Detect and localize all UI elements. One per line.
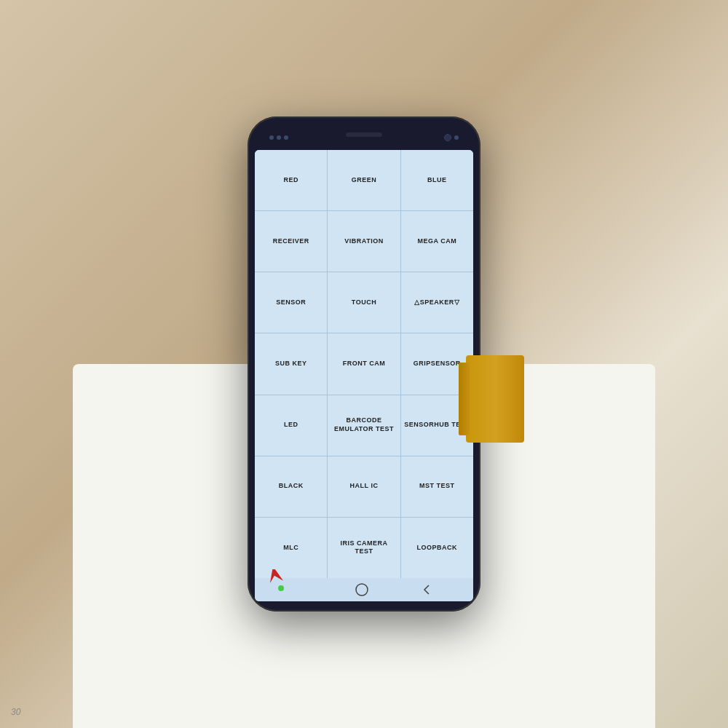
test-grid: RED GREEN BLUE RECEIVER VIBRATION MEGA C… — [255, 150, 473, 578]
sensor-dot-3 — [284, 135, 288, 140]
home-button[interactable] — [355, 583, 368, 596]
phone-wrapper: RED GREEN BLUE RECEIVER VIBRATION MEGA C… — [248, 116, 480, 612]
cell-front-cam[interactable]: FRONT CAM — [328, 333, 400, 394]
cell-receiver[interactable]: RECEIVER — [255, 211, 327, 272]
cell-speaker[interactable]: △SPEAKER▽ — [401, 272, 473, 333]
cell-red[interactable]: RED — [255, 150, 327, 210]
sensor-dot-4 — [454, 135, 459, 140]
cell-loopback[interactable]: LOOPBACK — [401, 518, 473, 578]
sensor-dots — [269, 135, 288, 140]
watermark: 30 — [11, 707, 20, 717]
cell-led[interactable]: LED — [255, 395, 327, 456]
cell-mlc[interactable]: MLC — [255, 518, 327, 578]
cell-iris-camera-test[interactable]: IRIS CAMERA TEST — [328, 518, 400, 578]
nav-bar — [255, 578, 473, 601]
svg-point-1 — [356, 584, 368, 596]
cell-green[interactable]: GREEN — [328, 150, 400, 210]
cell-sensor[interactable]: SENSOR — [255, 272, 327, 333]
camera-group — [444, 134, 459, 141]
phone-top-bar — [255, 130, 473, 146]
recent-apps-button[interactable] — [296, 586, 303, 593]
sensor-dot-2 — [277, 135, 281, 140]
green-dot — [278, 585, 284, 591]
cell-hall-ic[interactable]: HALL IC — [328, 456, 400, 517]
back-button[interactable] — [422, 583, 432, 596]
sensor-dot-1 — [269, 135, 274, 140]
cell-vibration[interactable]: VIBRATION — [328, 211, 400, 272]
front-camera-dot — [444, 134, 451, 141]
cell-touch[interactable]: TOUCH — [328, 272, 400, 333]
cell-black[interactable]: BLACK — [255, 456, 327, 517]
svg-marker-0 — [268, 569, 284, 585]
cell-sub-key[interactable]: SUB KEY — [255, 333, 327, 394]
cell-barcode-emulator-test[interactable]: BARCODE EMULATOR TEST — [328, 395, 400, 456]
earpiece — [346, 132, 382, 137]
screen: RED GREEN BLUE RECEIVER VIBRATION MEGA C… — [255, 150, 473, 601]
flex-cable — [466, 355, 524, 443]
red-arrow-indicator — [268, 569, 284, 585]
cell-mega-cam[interactable]: MEGA CAM — [401, 211, 473, 272]
phone-device: RED GREEN BLUE RECEIVER VIBRATION MEGA C… — [248, 116, 480, 612]
cell-mst-test[interactable]: MST TEST — [401, 456, 473, 517]
cell-blue[interactable]: BLUE — [401, 150, 473, 210]
